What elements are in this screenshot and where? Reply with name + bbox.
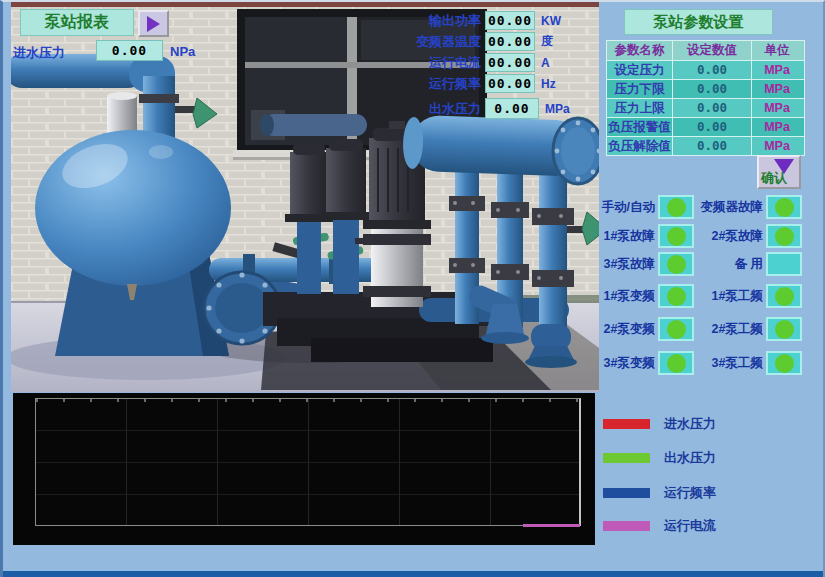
status-lamp-pump3-mains bbox=[766, 351, 802, 375]
inverter-temp-row: 变频器温度 00.00 度 bbox=[393, 32, 553, 51]
legend-swatch-outlet bbox=[603, 453, 650, 463]
parameter-table-header: 参数名称 设定数值 单位 bbox=[607, 41, 804, 60]
param-unit: MPa bbox=[751, 118, 802, 136]
param-value-input[interactable]: 0.00 bbox=[672, 99, 751, 117]
param-name: 压力下限 bbox=[607, 80, 672, 98]
status-label: 2#泵故障 bbox=[694, 228, 763, 245]
status-label: 1#泵变频 bbox=[593, 288, 655, 305]
run-current-trace bbox=[523, 524, 580, 527]
status-label: 3#泵工频 bbox=[694, 355, 763, 372]
table-row: 压力上限 0.00 MPa bbox=[607, 98, 804, 117]
led-indicator bbox=[667, 198, 686, 217]
run-current-unit: A bbox=[541, 56, 550, 70]
status-lamp-pump1-fault bbox=[658, 224, 694, 248]
status-label: 备 用 bbox=[694, 256, 763, 273]
legend-label: 进水压力 bbox=[664, 415, 716, 433]
output-power-unit: KW bbox=[541, 14, 561, 28]
report-button[interactable]: 泵站报表 bbox=[20, 9, 134, 36]
param-name: 负压解除值 bbox=[607, 137, 672, 155]
status-row: 3#泵故障 备 用 bbox=[593, 251, 807, 277]
table-row: 压力下限 0.00 MPa bbox=[607, 79, 804, 98]
inverter-temp-unit: 度 bbox=[541, 33, 553, 50]
legend-swatch-inlet bbox=[603, 419, 650, 429]
header-set-value: 设定数值 bbox=[672, 41, 751, 60]
header-unit: 单位 bbox=[751, 41, 802, 60]
run-frequency-value: 00.00 bbox=[485, 74, 535, 93]
status-lamp-pump1-vfd bbox=[658, 284, 694, 308]
status-row: 手动/自动 变频器故障 bbox=[593, 194, 807, 220]
output-power-row: 输出功率 00.00 KW bbox=[393, 11, 561, 30]
output-power-label: 输出功率 bbox=[393, 12, 481, 30]
status-lamp-pump2-vfd bbox=[658, 317, 694, 341]
led-indicator bbox=[775, 198, 794, 217]
led-indicator bbox=[667, 227, 686, 246]
trend-plot-area bbox=[35, 398, 581, 526]
legend-label: 运行频率 bbox=[664, 484, 716, 502]
report-arrow-button[interactable] bbox=[138, 10, 169, 37]
status-row: 2#泵变频 2#泵工频 bbox=[593, 316, 807, 342]
run-frequency-row: 运行频率 00.00 Hz bbox=[393, 74, 556, 93]
led-indicator bbox=[775, 320, 794, 339]
status-label: 2#泵工频 bbox=[694, 321, 763, 338]
status-label: 1#泵故障 bbox=[593, 228, 655, 245]
run-current-value: 00.00 bbox=[485, 53, 535, 72]
legend-item: 运行频率 bbox=[603, 484, 716, 502]
param-value-input[interactable]: 0.00 bbox=[672, 137, 751, 155]
inverter-temp-label: 变频器温度 bbox=[393, 33, 481, 51]
run-current-label: 运行电流 bbox=[393, 54, 481, 72]
led-indicator bbox=[775, 354, 794, 373]
param-unit: MPa bbox=[751, 80, 802, 98]
inlet-pressure-value: 0.00 bbox=[96, 40, 163, 61]
legend-swatch-frequency bbox=[603, 488, 650, 498]
legend-swatch-current bbox=[603, 521, 650, 531]
param-value-input[interactable]: 0.00 bbox=[672, 118, 751, 136]
param-unit: MPa bbox=[751, 137, 802, 155]
run-frequency-label: 运行频率 bbox=[393, 75, 481, 93]
param-value-input[interactable]: 0.00 bbox=[672, 61, 751, 79]
status-lamp-inverter-fault bbox=[766, 195, 802, 219]
led-indicator bbox=[775, 227, 794, 246]
status-lamp-pump3-vfd bbox=[658, 351, 694, 375]
outlet-pressure-unit: MPa bbox=[545, 102, 570, 116]
param-unit: MPa bbox=[751, 99, 802, 117]
status-lamp-manual-auto bbox=[658, 195, 694, 219]
run-current-row: 运行电流 00.00 A bbox=[393, 53, 550, 72]
outlet-pressure-row: 出水压力 0.00 MPa bbox=[393, 98, 570, 119]
parameter-table: 参数名称 设定数值 单位 设定压力 0.00 MPa 压力下限 0.00 MPa… bbox=[606, 40, 805, 156]
hmi-screen: 泵站报表 进水压力 0.00 NPa 输出功率 00.00 KW 变频器温度 0… bbox=[0, 0, 825, 577]
table-row: 设定压力 0.00 MPa bbox=[607, 60, 804, 79]
param-name: 负压报警值 bbox=[607, 118, 672, 136]
status-lamp-pump1-mains bbox=[766, 284, 802, 308]
report-button-label: 泵站报表 bbox=[45, 12, 109, 33]
status-lamp-pump2-mains bbox=[766, 317, 802, 341]
param-value-input[interactable]: 0.00 bbox=[672, 80, 751, 98]
legend-label: 运行电流 bbox=[664, 517, 716, 535]
legend-item: 运行电流 bbox=[603, 517, 716, 535]
led-indicator bbox=[667, 320, 686, 339]
inverter-temp-value: 00.00 bbox=[485, 32, 535, 51]
run-frequency-unit: Hz bbox=[541, 77, 556, 91]
status-row: 1#泵变频 1#泵工频 bbox=[593, 283, 807, 309]
status-row: 3#泵变频 3#泵工频 bbox=[593, 350, 807, 376]
param-name: 压力上限 bbox=[607, 99, 672, 117]
confirm-button[interactable]: 确认 bbox=[757, 155, 801, 189]
status-label: 手动/自动 bbox=[593, 199, 655, 216]
legend-item: 进水压力 bbox=[603, 415, 716, 433]
inlet-pressure-unit: NPa bbox=[170, 44, 195, 59]
legend-item: 出水压力 bbox=[603, 449, 716, 467]
led-indicator bbox=[667, 354, 686, 373]
outlet-pressure-value: 0.00 bbox=[485, 98, 539, 119]
table-row: 负压解除值 0.00 MPa bbox=[607, 136, 804, 155]
axis-ticks bbox=[36, 399, 579, 402]
legend-label: 出水压力 bbox=[664, 449, 716, 467]
status-label: 3#泵变频 bbox=[593, 355, 655, 372]
bottom-border bbox=[3, 571, 825, 577]
status-label: 变频器故障 bbox=[694, 199, 763, 216]
status-lamp-spare bbox=[766, 252, 802, 276]
table-row: 负压报警值 0.00 MPa bbox=[607, 117, 804, 136]
status-lamp-pump3-fault bbox=[658, 252, 694, 276]
led-indicator bbox=[667, 255, 686, 274]
param-unit: MPa bbox=[751, 61, 802, 79]
status-row: 1#泵故障 2#泵故障 bbox=[593, 223, 807, 249]
status-label: 3#泵故障 bbox=[593, 256, 655, 273]
